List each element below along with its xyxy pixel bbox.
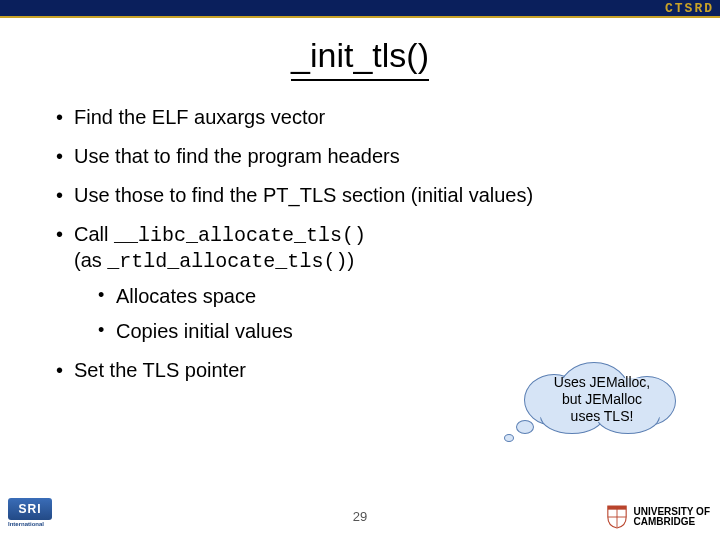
cloud-line: but JEMalloc: [562, 391, 642, 407]
sub-bullet-list: Allocates space Copies initial values: [98, 284, 664, 344]
cambridge-logo: UNIVERSITY OF CAMBRIDGE: [606, 504, 711, 530]
bullet-text: ): [347, 249, 354, 271]
sri-logo: SRI International: [8, 498, 68, 532]
sri-logo-box: SRI: [8, 498, 52, 520]
bullet-text: Use that to find the program headers: [74, 145, 400, 167]
sri-logo-sub: International: [8, 521, 68, 527]
code-text: __libc_allocate_tls(): [114, 224, 366, 247]
bullet-text: Find the ELF auxargs vector: [74, 106, 325, 128]
bullet-text: Set the TLS pointer: [74, 359, 246, 381]
list-item: Call __libc_allocate_tls() (as _rtld_all…: [56, 222, 664, 344]
bullet-text: Allocates space: [116, 285, 256, 307]
list-item: Find the ELF auxargs vector: [56, 105, 664, 130]
cambridge-line2: CAMBRIDGE: [634, 517, 711, 528]
shield-icon: [606, 504, 628, 530]
cloud-line: Uses JEMalloc,: [554, 374, 650, 390]
cloud-line: uses TLS!: [571, 408, 634, 424]
slide: CTSRD _init_tls() Find the ELF auxargs v…: [0, 0, 720, 540]
code-text: _rtld_allocate_tls(): [107, 250, 347, 273]
title-wrap: _init_tls(): [0, 18, 720, 81]
cloud-text: Uses JEMalloc, but JEMalloc uses TLS!: [522, 374, 682, 424]
list-item: Copies initial values: [98, 319, 664, 344]
bullet-text: (as: [74, 249, 107, 271]
list-item: Use that to find the program headers: [56, 144, 664, 169]
list-item: Allocates space: [98, 284, 664, 309]
content-area: Find the ELF auxargs vector Use that to …: [0, 81, 720, 383]
slide-title: _init_tls(): [291, 36, 429, 81]
bullet-list: Find the ELF auxargs vector Use that to …: [56, 105, 664, 383]
brand-label: CTSRD: [665, 1, 714, 16]
bullet-text: Copies initial values: [116, 320, 293, 342]
bullet-text: Use those to find the PT_TLS section (in…: [74, 184, 533, 206]
list-item: Use those to find the PT_TLS section (in…: [56, 183, 664, 208]
callout-cloud: Uses JEMalloc, but JEMalloc uses TLS!: [522, 360, 692, 450]
top-bar: CTSRD: [0, 0, 720, 18]
cambridge-text: UNIVERSITY OF CAMBRIDGE: [634, 507, 711, 528]
bullet-text: Call: [74, 223, 114, 245]
cloud-shape: Uses JEMalloc, but JEMalloc uses TLS!: [522, 360, 682, 430]
